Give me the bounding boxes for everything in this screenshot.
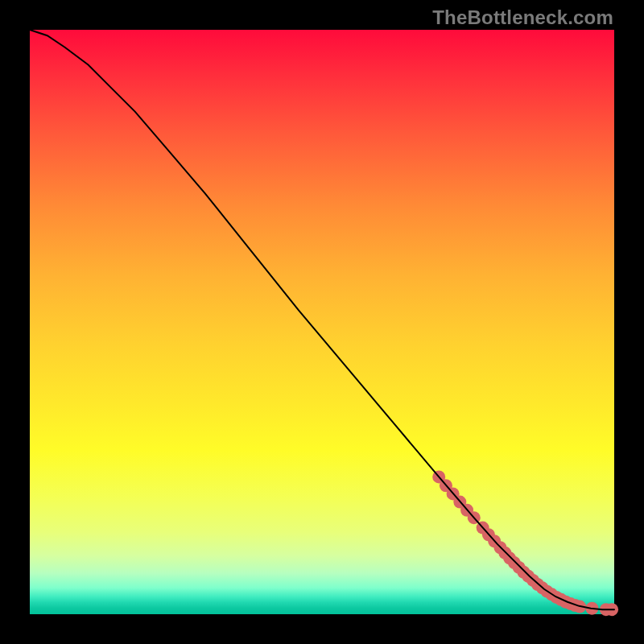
curve-line bbox=[30, 30, 614, 609]
highlight-dots-layer bbox=[432, 470, 618, 616]
chart-svg bbox=[30, 30, 614, 614]
chart-frame: TheBottleneck.com bbox=[0, 0, 644, 644]
chart-plot-area bbox=[30, 30, 614, 614]
watermark-text: TheBottleneck.com bbox=[432, 6, 613, 29]
